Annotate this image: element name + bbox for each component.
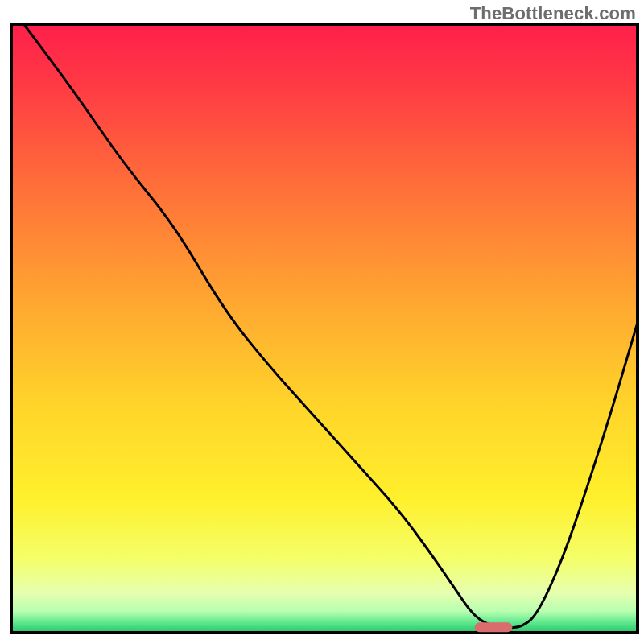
watermark-text: TheBottleneck.com [470,3,636,24]
chart-stage: TheBottleneck.com [0,0,644,644]
bottleneck-chart [0,0,644,644]
gradient-background [11,24,638,633]
optimal-range [475,622,513,632]
